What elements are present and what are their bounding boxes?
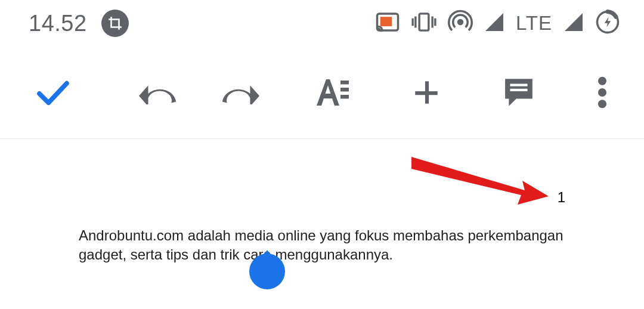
svg-point-10 xyxy=(598,77,606,85)
document-body-text[interactable]: Androbuntu.com adalah media online yang … xyxy=(79,226,565,264)
vibrate-icon xyxy=(411,11,437,35)
signal-2-icon xyxy=(563,11,584,35)
status-time: 14.52 xyxy=(29,11,87,36)
svg-rect-7 xyxy=(340,95,349,98)
battery-saver-icon xyxy=(595,10,620,37)
crop-icon xyxy=(101,10,129,37)
svg-rect-5 xyxy=(340,81,349,84)
status-bar-left: 14.52 xyxy=(29,10,129,37)
svg-rect-8 xyxy=(510,84,527,86)
more-options-button[interactable] xyxy=(593,76,611,109)
svg-rect-2 xyxy=(419,14,429,30)
svg-point-12 xyxy=(598,100,606,108)
svg-rect-6 xyxy=(340,88,349,91)
document-canvas[interactable]: 1 Androbuntu.com adalah media online yan… xyxy=(0,139,644,264)
cast-icon xyxy=(375,11,400,35)
annotation-arrow xyxy=(411,157,549,211)
page-number: 1 xyxy=(558,189,565,206)
network-type-label: LTE xyxy=(516,12,552,35)
svg-point-3 xyxy=(457,19,464,26)
undo-button[interactable] xyxy=(139,81,178,104)
signal-1-icon xyxy=(484,11,505,35)
hotspot-icon xyxy=(448,10,473,37)
insert-button[interactable] xyxy=(408,78,444,107)
text-format-button[interactable] xyxy=(313,77,349,108)
svg-rect-9 xyxy=(510,89,527,91)
editor-toolbar xyxy=(0,47,644,139)
svg-rect-1 xyxy=(380,17,392,26)
text-cursor-handle[interactable] xyxy=(249,254,285,289)
status-bar-right: LTE xyxy=(375,10,620,37)
status-bar: 14.52 xyxy=(0,0,644,47)
done-button[interactable] xyxy=(33,79,73,106)
svg-marker-13 xyxy=(411,157,549,205)
redo-button[interactable] xyxy=(220,81,259,104)
comment-button[interactable] xyxy=(501,76,537,109)
svg-point-11 xyxy=(598,88,606,97)
